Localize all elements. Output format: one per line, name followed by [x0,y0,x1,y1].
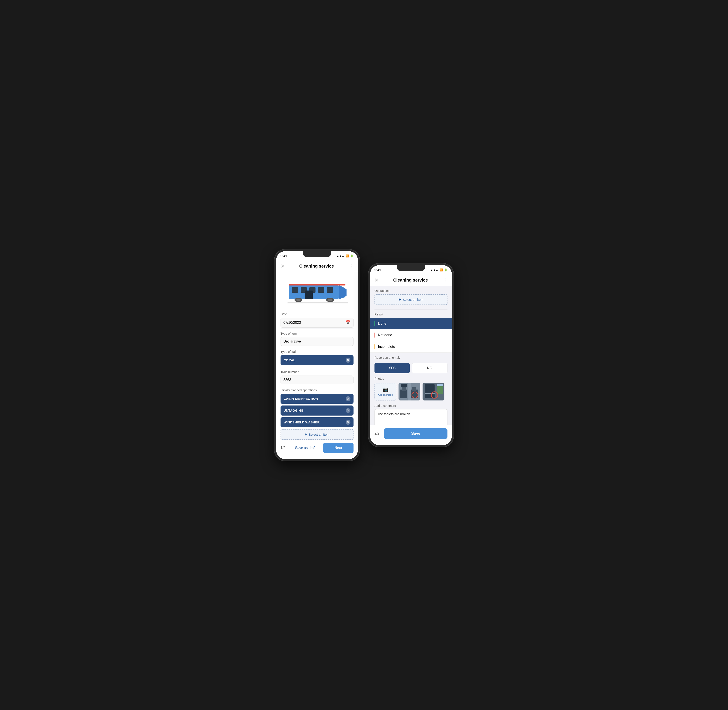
app-header-1: ✕ Cleaning service ⋮ [276,261,358,272]
page-title-1: Cleaning service [299,264,334,268]
operation-label-1: UNTAGGING [284,409,303,412]
train-type-value: CORAL [284,358,295,362]
train-number-field: 8863 [281,376,353,384]
result-item-notdone[interactable]: Not done [370,329,452,341]
save-button[interactable]: Save [384,428,447,439]
svg-rect-18 [402,387,406,391]
phone-2: 9:41 ▲▲▲ 🛜 🔋 ✕ Cleaning service ⋮ Operat… [368,263,454,447]
plus-icon-1: + [305,432,307,437]
result-label-notdone: Not done [378,333,392,337]
svg-rect-22 [401,384,407,387]
result-bar-red [375,333,375,338]
anomaly-label: Report an anomaly [375,353,447,361]
result-label-done: Done [378,321,386,326]
status-bar-1: 9:41 ▲▲▲ 🛜 🔋 [276,251,358,261]
more-options-button-1[interactable]: ⋮ [349,263,353,269]
operation-close-0[interactable]: ✕ [346,396,350,401]
date-label: Date [281,309,353,318]
bottom-bar-2: 2/2 Save [370,425,452,445]
result-label-incomplete: Incomplete [378,345,395,349]
close-button-2[interactable]: ✕ [375,277,378,283]
train-illustration [276,272,358,309]
svg-rect-21 [408,383,411,400]
svg-rect-9 [305,290,313,299]
train-image [286,276,348,305]
phone-1: 9:41 ▲▲▲ 🛜 🔋 ✕ Cleaning service ⋮ [274,249,360,461]
result-section-header: Result [370,310,452,318]
page-indicator-1: 1/2 [281,446,287,450]
wifi-icon: 🛜 [346,254,349,258]
signal-icon-2: ▲▲▲ [431,268,438,271]
operation-label-2: WINDSHIELD WASHER [284,420,320,424]
calendar-icon[interactable]: 📅 [345,320,351,325]
yes-button[interactable]: YES [375,363,410,373]
operation-chip-1[interactable]: UNTAGGING ✕ [281,405,353,415]
photo-thumbnail-1[interactable] [398,383,420,400]
operation-chip-0[interactable]: CABIN DISINFECTION ✕ [281,394,353,404]
form-content-1: Date 07/10/2023 📅 Type of form Declarati… [276,309,358,459]
bottom-bar-1: 1/2 Save as draft Next [276,440,358,459]
select-item-label-2: Select an item [403,298,423,301]
add-image-label: Add an image [378,393,393,396]
form-content-2: Operations + Select an item Result Done … [370,286,452,445]
result-item-incomplete[interactable]: Incomplete [370,341,452,353]
page-indicator-2: 2/2 [375,431,381,436]
svg-rect-26 [425,393,435,394]
form-section-1: Date 07/10/2023 📅 Type of form Declarati… [276,309,358,440]
more-options-button-2[interactable]: ⋮ [443,277,447,283]
anomaly-section: Report an anomaly YES NO [370,353,452,373]
train-type-label: Type of train [281,347,353,355]
train-number-value: 8863 [283,378,291,382]
photos-grid: 📷 Add an image [375,383,447,400]
train-number-label: Train number [281,367,353,376]
operation-close-2[interactable]: ✕ [346,420,350,425]
add-image-button[interactable]: 📷 Add an image [375,383,396,400]
save-draft-button[interactable]: Save as draft [290,443,321,453]
svg-rect-8 [327,287,333,293]
train-type-close[interactable]: ✕ [346,358,350,363]
select-item-button-2[interactable]: + Select an item [375,294,447,305]
operation-label-0: CABIN DISINFECTION [284,397,318,400]
comment-section: Add a comment The tablets are broken. [370,404,452,428]
no-button[interactable]: NO [412,363,447,373]
close-button-1[interactable]: ✕ [281,263,284,269]
form-type-field: Declarative [281,337,353,346]
photo-thumbnail-2[interactable] [423,383,444,400]
status-icons-2: ▲▲▲ 🛜 🔋 [431,268,447,271]
train-type-chip[interactable]: CORAL ✕ [281,355,353,365]
form-type-label: Type of form [281,329,353,337]
svg-rect-7 [318,287,324,293]
app-header-2: ✕ Cleaning service ⋮ [370,275,452,286]
result-bar-orange [375,344,375,349]
select-item-button-1[interactable]: + Select an item [281,429,353,440]
svg-point-12 [296,299,301,301]
status-icons-1: ▲▲▲ 🛜 🔋 [337,254,353,258]
svg-rect-4 [292,287,298,293]
battery-icon-2: 🔋 [444,268,447,271]
battery-icon: 🔋 [350,254,353,258]
operations-section-header: Operations [370,286,452,294]
date-field[interactable]: 07/10/2023 📅 [281,318,353,328]
comment-input[interactable]: The tablets are broken. [375,409,447,427]
anomaly-buttons: YES NO [375,363,447,373]
operation-chip-2[interactable]: WINDSHIELD WASHER ✕ [281,417,353,427]
wifi-icon-2: 🛜 [439,268,443,271]
photos-label: Photos [375,377,447,381]
result-bar-green [375,321,375,326]
status-time-1: 9:41 [281,254,287,258]
svg-rect-28 [437,386,443,394]
comment-label: Add a comment [375,404,447,408]
page-title-2: Cleaning service [393,277,428,283]
date-value: 07/10/2023 [283,321,301,325]
svg-point-13 [328,299,333,301]
select-item-label-1: Select an item [309,433,330,436]
photos-section: Photos 📷 Add an image [370,377,452,400]
camera-icon: 📷 [382,387,388,392]
svg-rect-25 [425,384,435,398]
photo-2-svg [423,383,444,400]
result-item-done[interactable]: Done [370,318,452,329]
next-button[interactable]: Next [323,443,353,453]
operations-section-2: + Select an item [370,294,452,309]
status-bar-2: 9:41 ▲▲▲ 🛜 🔋 [370,265,452,275]
operation-close-1[interactable]: ✕ [346,408,350,413]
